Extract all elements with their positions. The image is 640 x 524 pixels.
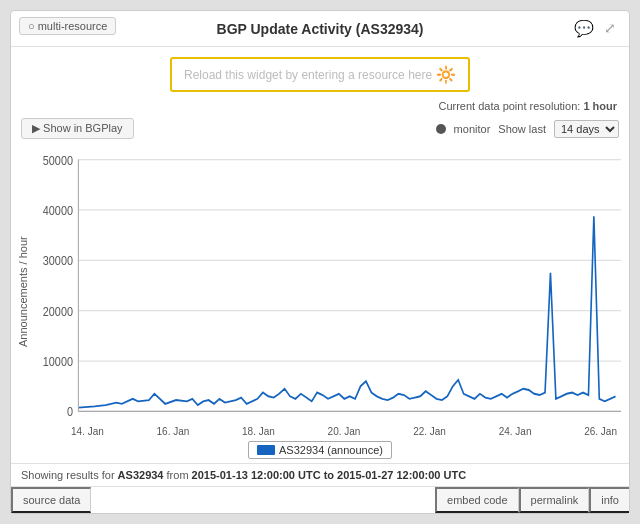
x-label-1: 16. Jan [157,426,190,437]
resource-emoji-icon: 🔆 [436,65,456,84]
controls-row: ▶ Show in BGPlay monitor Show last 14 da… [11,114,629,143]
x-axis-labels: 14. Jan 16. Jan 18. Jan 20. Jan 22. Jan … [35,424,621,437]
bgplay-button[interactable]: ▶ Show in BGPlay [21,118,134,139]
permalink-button[interactable]: permalink [519,487,590,513]
svg-text:0: 0 [67,405,73,419]
svg-text:50000: 50000 [43,153,74,167]
footer-as: AS32934 [118,469,164,481]
show-last-select[interactable]: 14 days 1 day 7 days 30 days [554,120,619,138]
multi-resource-button[interactable]: ○ multi-resource [19,17,116,35]
x-label-6: 26. Jan [584,426,617,437]
footer-date-range: 2015-01-13 12:00:00 UTC to 2015-01-27 12… [192,469,467,481]
resource-input-text: Reload this widget by entering a resourc… [184,68,432,82]
x-label-0: 14. Jan [71,426,104,437]
monitor-dot-icon [436,124,446,134]
chart-area: Announcements / hour 50000 40000 30000 2… [11,143,629,437]
footer-info: Showing results for AS32934 from 2015-01… [11,463,629,486]
legend-label: AS32934 (announce) [279,444,383,456]
embed-code-button[interactable]: embed code [435,487,519,513]
resolution-info: Current data point resolution: 1 hour [11,98,629,114]
x-label-3: 20. Jan [328,426,361,437]
resource-input-row: Reload this widget by entering a resourc… [11,47,629,98]
legend-row: AS32934 (announce) [11,437,629,463]
chart-svg: 50000 40000 30000 20000 10000 0 [35,147,621,424]
source-data-button[interactable]: source data [11,487,91,513]
expand-icon[interactable]: ⤢ [599,17,621,39]
header-icons: 💬 ⤢ [573,17,621,39]
chart-inner: 50000 40000 30000 20000 10000 0 [35,147,621,437]
svg-text:30000: 30000 [43,254,74,268]
x-label-4: 22. Jan [413,426,446,437]
svg-text:20000: 20000 [43,304,74,318]
widget-header: ○ multi-resource BGP Update Activity (AS… [11,11,629,47]
widget-title: BGP Update Activity (AS32934) [217,21,424,37]
chart-svg-container: 50000 40000 30000 20000 10000 0 [35,147,621,424]
legend-color-box [257,445,275,455]
svg-text:40000: 40000 [43,203,74,217]
legend-box: AS32934 (announce) [248,441,392,459]
monitor-show-row: monitor Show last 14 days 1 day 7 days 3… [436,120,619,138]
x-label-5: 24. Jan [499,426,532,437]
monitor-label: monitor [454,123,491,135]
show-last-label: Show last [498,123,546,135]
widget-container: ○ multi-resource BGP Update Activity (AS… [10,10,630,514]
y-axis-label: Announcements / hour [11,147,35,437]
footer-buttons: source data embed code permalink info [11,486,629,513]
resource-input-box[interactable]: Reload this widget by entering a resourc… [170,57,470,92]
comment-icon[interactable]: 💬 [573,17,595,39]
x-label-2: 18. Jan [242,426,275,437]
info-button[interactable]: info [589,487,629,513]
resolution-value: 1 hour [583,100,617,112]
svg-text:10000: 10000 [43,354,74,368]
